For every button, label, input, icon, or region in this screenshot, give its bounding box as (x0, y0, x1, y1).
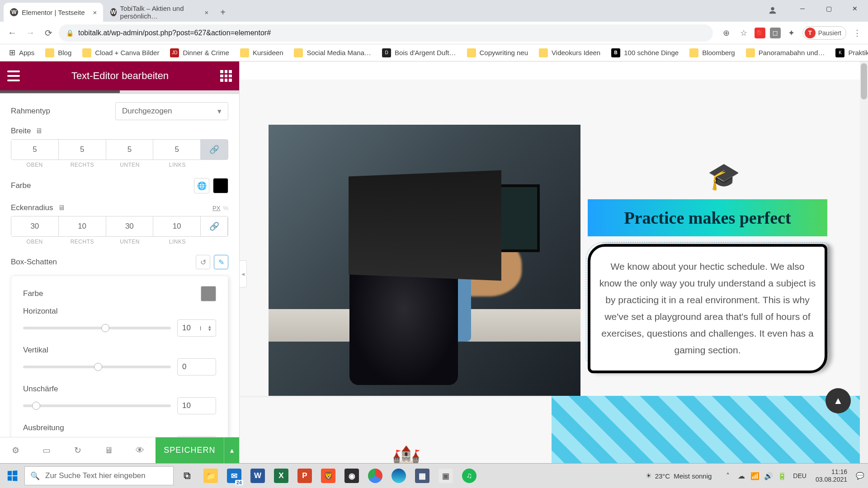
breite-oben-input[interactable]: 5 (11, 140, 59, 160)
close-icon[interactable]: × (93, 9, 97, 16)
breite-rechts-input[interactable]: 5 (59, 140, 106, 160)
volume-icon[interactable]: 🔊 (763, 472, 774, 480)
link-values-button[interactable]: 🔗 (201, 216, 228, 236)
onedrive-icon[interactable]: ☁ (736, 472, 747, 480)
profile-paused-button[interactable]: T Pausiert (802, 26, 846, 40)
obs-icon[interactable]: ◉ (340, 464, 363, 488)
horizontal-input[interactable]: 10I▴▾ (177, 319, 216, 337)
navigator-icon[interactable]: ▭ (31, 437, 62, 463)
start-button[interactable] (0, 464, 24, 488)
responsive-icon[interactable]: 🖥 (35, 127, 42, 135)
bookmark-blog[interactable]: Blog (41, 47, 76, 59)
bookmark-social[interactable]: Social Media Mana… (289, 47, 376, 59)
bookmark-videokurs[interactable]: Videokurs Ideen (534, 47, 605, 59)
close-button[interactable]: ✕ (842, 0, 868, 17)
chrome-icon[interactable] (363, 464, 387, 488)
tab-elementor[interactable]: W Elementor | Testseite × (4, 3, 103, 22)
bookmark-dinner[interactable]: JDDinner & Crime (165, 47, 234, 59)
graduation-cap-icon: 🎓 (708, 161, 740, 192)
bookmark-panorama[interactable]: Panoramabahn und… (741, 47, 830, 59)
horizontal-slider[interactable] (23, 327, 171, 329)
app-icon-2[interactable]: ▣ (434, 464, 458, 488)
zoom-icon[interactable]: ⊕ (720, 27, 733, 39)
extension-icon-1[interactable]: 🔴 (755, 28, 765, 38)
ecken-oben-input[interactable]: 30 (11, 216, 59, 236)
menu-icon[interactable]: ⋮ (851, 27, 863, 39)
history-icon[interactable]: ↻ (62, 437, 94, 463)
responsive-mode-icon[interactable]: 🖥 (93, 437, 124, 463)
widgets-grid-icon[interactable] (220, 70, 232, 82)
link-values-button[interactable]: 🔗 (201, 140, 228, 160)
new-tab-button[interactable]: + (216, 3, 230, 22)
color-swatch[interactable] (213, 178, 228, 193)
bookmark-praktikum-pm[interactable]: KPraktikum Projektm… (831, 47, 868, 59)
scrollbar[interactable] (860, 61, 868, 463)
unit-percent[interactable]: % (223, 205, 228, 211)
bookmark-bloomberg[interactable]: Bloomberg (685, 47, 740, 59)
ecken-rechts-input[interactable]: 10 (59, 216, 106, 236)
powerpoint-icon[interactable]: P (293, 464, 316, 488)
vertikal-input[interactable]: 0 (177, 358, 216, 375)
taskbar-search[interactable]: 🔍 Zur Suche Text hier eingeben (24, 466, 174, 485)
unschaerfe-input[interactable]: 10 (177, 397, 216, 414)
clock[interactable]: 11:16 03.08.2021 (812, 468, 851, 484)
bookmark-bois[interactable]: DBois d'Argent Duft… (377, 47, 460, 59)
account-icon[interactable] (768, 5, 778, 15)
bookmark-copywriting[interactable]: Copywriting neu (462, 47, 533, 59)
preview-icon[interactable]: 👁 (124, 437, 156, 463)
close-icon[interactable]: × (205, 9, 209, 16)
mail-icon[interactable]: ✉24 (222, 464, 246, 488)
window-controls: ─ ▢ ✕ (789, 0, 868, 17)
language-indicator[interactable]: DEU (793, 472, 807, 479)
excel-icon[interactable]: X (269, 464, 293, 488)
unschaerfe-slider[interactable] (23, 404, 171, 407)
file-explorer-icon[interactable]: 📁 (199, 464, 222, 488)
breite-links-input[interactable]: 5 (153, 140, 201, 160)
minimize-button[interactable]: ─ (789, 0, 816, 17)
extensions-icon[interactable]: ✦ (785, 27, 798, 39)
brave-icon[interactable]: 🦁 (316, 464, 340, 488)
collapse-panel-handle[interactable]: ◂ (240, 260, 247, 287)
weather-widget[interactable]: ☀ 23°C Meist sonnig (646, 472, 712, 480)
hamburger-icon[interactable] (7, 70, 20, 81)
extension-icon-2[interactable]: ⬚ (770, 28, 781, 38)
maximize-button[interactable]: ▢ (816, 0, 842, 17)
shadow-color-swatch[interactable] (201, 286, 216, 301)
back-button[interactable]: ← (5, 25, 20, 41)
word-icon[interactable]: W (246, 464, 269, 488)
tab-tobitalk[interactable]: W TobiTalk – Aktien und persönlich… × (104, 3, 215, 22)
stepper-icon[interactable]: ▴▾ (208, 325, 211, 331)
rahmentyp-select[interactable]: Durchgezogen ▾ (115, 102, 228, 120)
apps-shortcut[interactable]: ⊞Apps (5, 46, 39, 59)
reload-button[interactable]: ⟳ (41, 25, 56, 41)
breite-unten-input[interactable]: 5 (106, 140, 154, 160)
edit-shadow-icon[interactable]: ✎ (214, 255, 228, 269)
vertikal-slider[interactable] (23, 366, 171, 368)
tray-chevron-icon[interactable]: ˄ (722, 472, 733, 480)
battery-icon[interactable]: 🔋 (777, 472, 788, 480)
url-input[interactable]: 🔒 tobitalk.at/wp-admin/post.php?post=627… (59, 24, 713, 42)
ecken-links-input[interactable]: 10 (153, 216, 201, 236)
task-view-icon[interactable]: ⧉ (175, 464, 199, 488)
app-icon-1[interactable]: ▦ (410, 464, 434, 488)
save-button[interactable]: SPEICHERN (156, 437, 224, 463)
settings-icon[interactable]: ⚙ (0, 437, 31, 463)
forward-button[interactable]: → (23, 25, 38, 41)
bookmark-cload[interactable]: Cload + Canva Bilder (78, 47, 164, 59)
global-color-button[interactable]: 🌐 (194, 178, 209, 193)
bookmark-100schoene[interactable]: B100 schöne Dinge (607, 47, 683, 59)
star-icon[interactable]: ☆ (737, 27, 750, 39)
responsive-icon[interactable]: 🖥 (58, 204, 65, 212)
scroll-to-top-button[interactable]: ▲ (826, 388, 851, 413)
reset-icon[interactable]: ↺ (196, 255, 210, 269)
spotify-icon[interactable]: ♫ (458, 464, 481, 488)
ecken-unten-input[interactable]: 30 (106, 216, 154, 236)
wifi-icon[interactable]: 📶 (750, 472, 760, 480)
headline-widget[interactable]: Practice makes perfect (588, 199, 827, 236)
edge-icon[interactable] (387, 464, 410, 488)
bookmark-kursideen[interactable]: Kursideen (236, 47, 288, 59)
notifications-icon[interactable]: 💬 (854, 469, 866, 482)
unit-px[interactable]: PX (212, 205, 220, 211)
save-options-button[interactable]: ▴ (224, 437, 239, 463)
text-editor-widget[interactable]: We know about your hectic schedule. We a… (588, 244, 827, 373)
